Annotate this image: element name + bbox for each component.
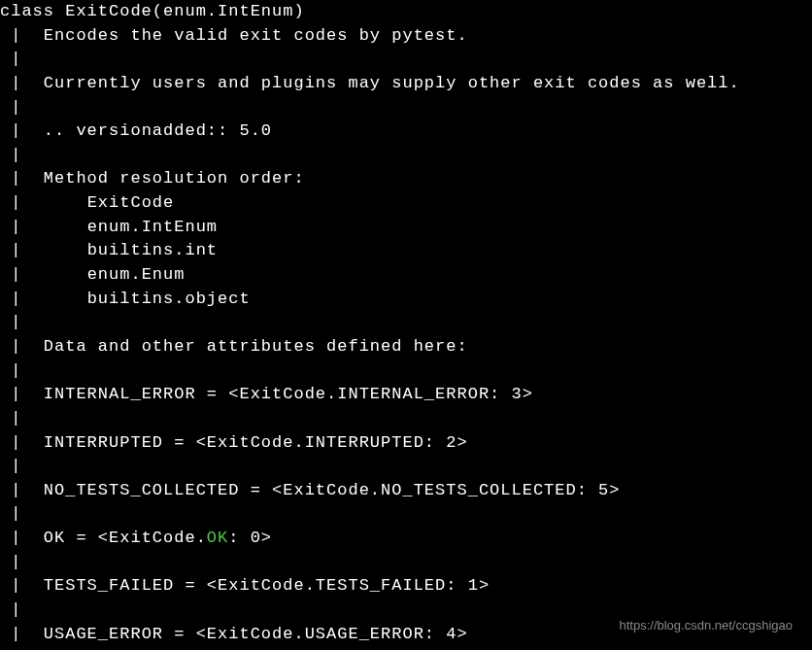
empty-line: |	[0, 359, 812, 384]
empty-line: |	[0, 311, 812, 335]
pipe: |	[0, 26, 44, 45]
empty-line: |	[0, 144, 812, 168]
data-header-line: | Data and other attributes defined here…	[0, 335, 812, 359]
empty-line: |	[0, 551, 812, 575]
mro-item-line: | enum.IntEnum	[0, 216, 812, 240]
pipe: |	[0, 625, 44, 643]
pipe: |	[0, 74, 44, 92]
pipe: |	[0, 313, 44, 331]
pipe: |	[0, 504, 44, 523]
empty-line: |	[0, 455, 812, 479]
pipe: |	[0, 481, 44, 499]
pipe: |	[0, 576, 44, 595]
pipe-indent: |	[0, 193, 87, 212]
ok-highlight: OK	[207, 529, 228, 547]
mro-item-line: | enum.Enum	[0, 263, 812, 288]
doc-line: | Currently users and plugins may supply…	[0, 72, 812, 96]
pipe: |	[0, 169, 44, 188]
empty-line: |	[0, 96, 812, 120]
pipe-indent: |	[0, 290, 87, 308]
pipe: |	[0, 337, 44, 356]
doc-line: | Encodes the valid exit codes by pytest…	[0, 24, 812, 49]
attr-line-ok: | OK = <ExitCode.OK: 0>	[0, 527, 812, 551]
mro-item-line: | builtins.object	[0, 288, 812, 312]
empty-line: |	[0, 407, 812, 431]
pipe: |	[0, 529, 44, 547]
pipe: |	[0, 385, 44, 403]
pipe-indent: |	[0, 241, 87, 259]
mro-item-line: | ExitCode	[0, 191, 812, 216]
pipe: |	[0, 50, 44, 68]
attr-line: | INTERRUPTED = <ExitCode.INTERRUPTED: 2…	[0, 431, 812, 456]
pipe: |	[0, 361, 44, 380]
attr-line: | INTERNAL_ERROR = <ExitCode.INTERNAL_ER…	[0, 383, 812, 407]
pipe-indent: |	[0, 265, 87, 284]
pipe: |	[0, 433, 44, 452]
pipe: |	[0, 121, 44, 140]
version-line: | .. versionadded:: 5.0	[0, 120, 812, 144]
empty-line: |	[0, 502, 812, 527]
attr-line: | TESTS_FAILED = <ExitCode.TESTS_FAILED:…	[0, 574, 812, 599]
pipe: |	[0, 553, 44, 571]
pipe: |	[0, 409, 44, 428]
mro-item-line: | builtins.int	[0, 239, 812, 263]
pipe: |	[0, 457, 44, 475]
attr-line: | NO_TESTS_COLLECTED = <ExitCode.NO_TEST…	[0, 479, 812, 503]
pipe: |	[0, 600, 44, 619]
pipe: |	[0, 98, 44, 117]
terminal-output: class ExitCode(enum.IntEnum) | Encodes t…	[0, 0, 812, 646]
pipe: |	[0, 146, 44, 164]
pipe-indent: |	[0, 218, 87, 236]
mro-header-line: | Method resolution order:	[0, 167, 812, 191]
watermark-text: https://blog.csdn.net/ccgshigao	[619, 617, 793, 635]
class-definition-line: class ExitCode(enum.IntEnum)	[0, 0, 812, 24]
empty-line: |	[0, 48, 812, 72]
